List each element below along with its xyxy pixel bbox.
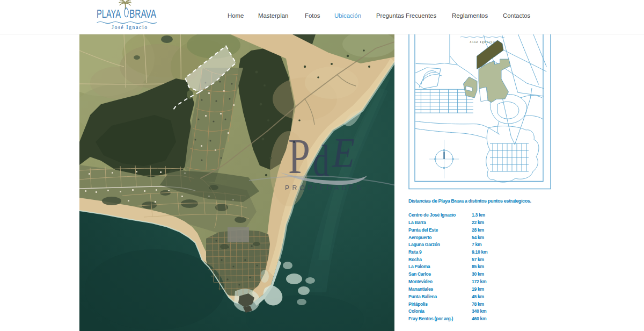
svg-text:José Ignacio: José Ignacio: [112, 24, 148, 30]
svg-text:BRAVA: BRAVA: [129, 8, 156, 20]
svg-text:PROPIEDADES: PROPIEDADES: [285, 184, 363, 192]
svg-text:PLAYA: PLAYA: [97, 8, 121, 20]
svg-text:d: d: [313, 136, 330, 185]
svg-text:E: E: [332, 129, 355, 176]
svg-text:José Ignacio: José Ignacio: [470, 40, 495, 44]
